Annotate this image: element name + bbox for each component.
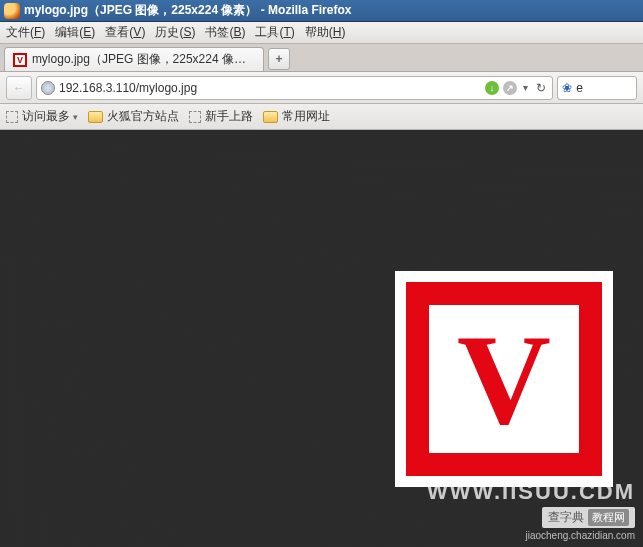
watermark-url-1: WWW.IISUU.CDM <box>427 479 635 505</box>
folder-icon <box>263 111 278 123</box>
bookmarks-bar: 访问最多 ▾ 火狐官方站点 新手上路 常用网址 <box>0 104 643 130</box>
menu-edit[interactable]: 编辑(E) <box>55 24 95 41</box>
tab-label: mylogo.jpg（JPEG 图像，225x224 像素） <box>32 51 255 68</box>
bookmark-firefox-official[interactable]: 火狐官方站点 <box>88 108 179 125</box>
watermark-brand-tag: 教程网 <box>588 509 629 526</box>
menu-help[interactable]: 帮助(H) <box>305 24 346 41</box>
watermark-brand: 查字典 教程网 <box>542 507 635 528</box>
menu-view[interactable]: 查看(V) <box>105 24 145 41</box>
window-titlebar: mylogo.jpg（JPEG 图像，225x224 像素） - Mozilla… <box>0 0 643 22</box>
menu-bookmarks[interactable]: 书签(B) <box>205 24 245 41</box>
firefox-icon <box>4 3 20 19</box>
reload-button[interactable]: ↻ <box>534 81 548 95</box>
menu-file[interactable]: 文件(F) <box>6 24 45 41</box>
bookmark-getting-started[interactable]: 新手上路 <box>189 108 253 125</box>
tab-strip: V mylogo.jpg（JPEG 图像，225x224 像素） + <box>0 44 643 72</box>
back-button[interactable]: ← <box>6 76 32 100</box>
bookmark-label: 访问最多 <box>22 108 70 125</box>
window-title: mylogo.jpg（JPEG 图像，225x224 像素） - Mozilla… <box>24 2 351 19</box>
plus-icon: + <box>275 52 282 66</box>
bookmark-label: 常用网址 <box>282 108 330 125</box>
search-box[interactable]: ❀ <box>557 76 637 100</box>
bookmark-label: 新手上路 <box>205 108 253 125</box>
url-box[interactable]: ↓ ↗ ▾ ↻ <box>36 76 553 100</box>
tab-favicon-v-icon: V <box>13 53 27 67</box>
url-dropdown-icon[interactable]: ▾ <box>521 82 530 93</box>
menu-history[interactable]: 历史(S) <box>155 24 195 41</box>
watermark: WWW.IISUU.CDM 查字典 教程网 jiaocheng.chazidia… <box>427 479 635 541</box>
new-tab-button[interactable]: + <box>268 48 290 70</box>
bookmark-placeholder-icon <box>189 111 201 123</box>
back-arrow-icon: ← <box>13 81 25 95</box>
share-icon[interactable]: ↗ <box>503 81 517 95</box>
nav-toolbar: ← ↓ ↗ ▾ ↻ ❀ <box>0 72 643 104</box>
menu-tools[interactable]: 工具(T) <box>255 24 294 41</box>
tab-active[interactable]: V mylogo.jpg（JPEG 图像，225x224 像素） <box>4 47 264 71</box>
menu-bar: 文件(F) 编辑(E) 查看(V) 历史(S) 书签(B) 工具(T) 帮助(H… <box>0 22 643 44</box>
bookmark-label: 火狐官方站点 <box>107 108 179 125</box>
watermark-url-2: jiaocheng.chazidian.com <box>525 530 635 541</box>
image-mylogo[interactable]: V <box>395 271 613 487</box>
page-content: V WWW.IISUU.CDM 查字典 教程网 jiaocheng.chazid… <box>0 130 643 547</box>
search-input[interactable] <box>576 81 632 95</box>
search-engine-icon: ❀ <box>562 81 573 95</box>
bookmark-placeholder-icon <box>6 111 18 123</box>
url-input[interactable] <box>59 81 481 95</box>
logo-outer-frame: V <box>406 282 602 476</box>
bookmark-common-urls[interactable]: 常用网址 <box>263 108 330 125</box>
bookmark-most-visited[interactable]: 访问最多 ▾ <box>6 108 78 125</box>
folder-icon <box>88 111 103 123</box>
logo-letter-v: V <box>457 314 551 444</box>
globe-icon <box>41 81 55 95</box>
chevron-down-icon: ▾ <box>73 112 78 122</box>
go-icon[interactable]: ↓ <box>485 81 499 95</box>
watermark-brand-text: 查字典 <box>548 509 584 526</box>
logo-inner-frame: V <box>429 305 579 453</box>
